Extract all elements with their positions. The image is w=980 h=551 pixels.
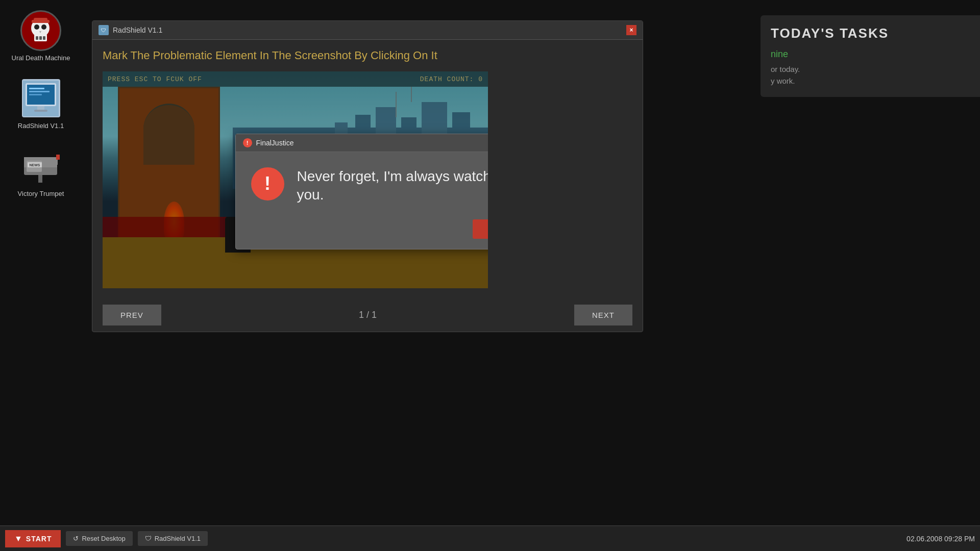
window-title-text: RadShield V1.1 <box>113 26 162 34</box>
prev-button[interactable]: PREV <box>103 305 161 325</box>
alert-dialog: ! FinalJustice ! Never forget, I'm alway… <box>235 133 488 249</box>
alert-body: ! Never forget, I'm always watching you. <box>236 152 488 214</box>
reset-icon: ↺ <box>73 535 79 542</box>
radshield-icon <box>20 78 61 119</box>
sidebar-item-ural-death-machine[interactable]: Ural Death Machine <box>12 10 70 63</box>
svg-rect-16 <box>34 110 47 112</box>
start-button[interactable]: ▼ START <box>5 530 61 547</box>
alert-title-icon: ! <box>243 138 252 147</box>
tasks-title: Today's Tasks <box>771 26 970 41</box>
taskbar-radshield-label: RadShield V1.1 <box>155 535 201 542</box>
alert-ok-button[interactable]: OK <box>473 219 488 239</box>
window-titlebar: 🛡 RadShield V1.1 × <box>92 21 643 40</box>
ural-death-machine-icon <box>20 10 61 51</box>
svg-rect-6 <box>43 36 45 40</box>
window-close-button[interactable]: × <box>626 25 636 35</box>
svg-rect-14 <box>29 94 42 95</box>
start-label: START <box>26 535 52 543</box>
svg-text:NEWS: NEWS <box>30 163 40 167</box>
tasks-panel: Today's Tasks nine or today. y work. <box>761 15 980 97</box>
sidebar-item-victory-trumpet[interactable]: NEWS Victory Trumpet <box>18 146 64 198</box>
svg-rect-8 <box>34 18 47 23</box>
reset-desktop-button[interactable]: ↺ Reset Desktop <box>66 531 132 546</box>
sidebar-item-victory-trumpet-label: Victory Trumpet <box>18 190 64 198</box>
desktop: Ural Death Machine <box>0 0 980 551</box>
svg-rect-15 <box>37 106 44 110</box>
window-instruction: Mark The Problematic Element In The Scre… <box>92 40 643 71</box>
radshield-window: 🛡 RadShield V1.1 × Mark The Problematic … <box>92 20 643 332</box>
svg-rect-5 <box>39 36 42 40</box>
victory-trumpet-icon: NEWS <box>20 146 61 187</box>
svg-rect-4 <box>36 36 38 40</box>
start-v-icon: ▼ <box>14 534 23 543</box>
taskbar-clock: 02.06.2008 09:28 PM <box>906 535 975 543</box>
taskbar-radshield-button[interactable]: 🛡 RadShield V1.1 <box>138 531 208 546</box>
svg-point-3 <box>41 24 46 30</box>
taskbar: ▼ START ↺ Reset Desktop 🛡 RadShield V1.1… <box>0 525 980 551</box>
game-background: PRESS ESC TO FCUK OFF DEATH COUNT: 0 <box>103 71 488 288</box>
svg-rect-22 <box>56 155 60 160</box>
alert-titlebar: ! FinalJustice <box>236 134 488 152</box>
nav-row: PREV 1 / 1 NEXT <box>92 298 643 332</box>
window-title-area: 🛡 RadShield V1.1 <box>99 25 162 35</box>
sidebar-item-radshield[interactable]: RadShield V1.1 <box>18 78 64 131</box>
tasks-description: or today. y work. <box>771 64 970 87</box>
alert-footer: OK <box>236 214 488 249</box>
reset-desktop-label: Reset Desktop <box>82 535 125 542</box>
sidebar-item-radshield-label: RadShield V1.1 <box>18 122 64 131</box>
svg-rect-13 <box>29 91 50 92</box>
svg-rect-12 <box>29 88 44 89</box>
window-app-icon: 🛡 <box>99 25 109 35</box>
sidebar: Ural Death Machine <box>0 0 82 525</box>
sidebar-item-ural-label: Ural Death Machine <box>12 54 70 63</box>
svg-point-2 <box>34 24 39 30</box>
alert-message: Never forget, I'm always watching you. <box>297 167 488 204</box>
alert-warning-icon: ! <box>251 167 284 200</box>
alert-title-text: FinalJustice <box>256 138 294 146</box>
next-button[interactable]: NEXT <box>574 305 632 325</box>
page-indicator: 1 / 1 <box>359 310 377 320</box>
taskbar-radshield-icon: 🛡 <box>145 535 152 542</box>
tasks-online: nine <box>771 49 970 60</box>
screenshot-container[interactable]: PRESS ESC TO FCUK OFF DEATH COUNT: 0 <box>103 71 488 288</box>
